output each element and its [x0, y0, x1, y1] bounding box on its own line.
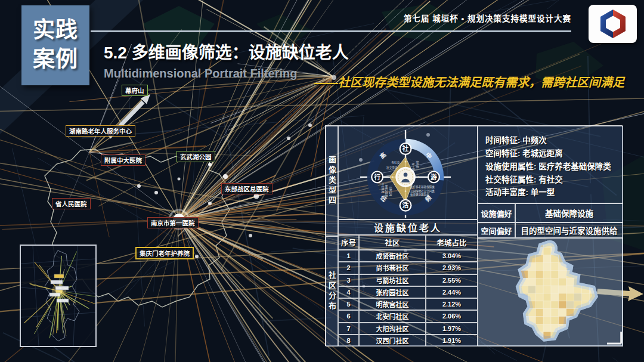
- table-cell: 6: [338, 310, 359, 322]
- table-cell: 3.04%: [426, 250, 478, 262]
- col-header-community: 社区: [359, 235, 426, 250]
- trait-space: 空间特征: 老城远距离: [485, 147, 617, 160]
- corner-bracket: [607, 332, 621, 344]
- map-label-xuanwuhu: 玄武湖公园: [177, 151, 215, 162]
- elder-portrait-icon: [396, 168, 415, 187]
- pref-space-label: 空间偏好: [478, 222, 515, 238]
- header-rule: [91, 30, 571, 32]
- svg-text:有社交: 有社交: [392, 160, 400, 165]
- community-table: 序号 社区 老城占比 1 成贤街社区 3.04% 2 尚书巷社区 2.93% 3…: [338, 235, 478, 346]
- pref-facility-label: 设施偏好: [478, 203, 515, 222]
- table-cell: 1.91%: [426, 335, 478, 346]
- axis-node-travel: 行: [373, 173, 380, 181]
- map-label-zhongda: 附属中大医院: [101, 154, 145, 166]
- table-cell: 8: [338, 335, 359, 346]
- tab-community-distribution: 社区分布: [326, 236, 338, 346]
- trait-time: 时间特征: 中频次: [485, 134, 617, 147]
- portrait-diagram: 社 游 活 行 高 中 低 频 有社交 社交需求 中长距离 老城远距离 近家活动: [338, 126, 478, 219]
- map-label-jiqingmen: 集庆门老年护养院: [135, 247, 194, 259]
- slide-title: 5.2 多维画像筛选：设施缺位老人: [104, 39, 349, 63]
- pref-space-value: 目的型空间与近家设施供给: [515, 222, 623, 238]
- pref-facility-value: 基础保障设施: [515, 203, 623, 222]
- map-label-mufushan: 幕府山: [122, 85, 148, 96]
- table-cell: 2.06%: [426, 310, 478, 322]
- table-cell: 北安门社区: [359, 310, 426, 322]
- competition-logo: [589, 5, 637, 43]
- table-cell: 尚书巷社区: [359, 262, 426, 274]
- table-cell: 2.55%: [426, 274, 478, 286]
- map-label-hunanlu: 湖南路老年人服务中心: [66, 125, 135, 137]
- svg-text:近家活动: 近家活动: [389, 187, 392, 197]
- table-cell: 张府园社区: [359, 286, 426, 298]
- svg-text:老城远距离: 老城远距离: [385, 185, 388, 197]
- table-cell: 2.12%: [426, 298, 478, 310]
- slide: 幕府山 湖南路老年人服务中心 附属中大医院 玄武湖公园 东部战区总医院 省人民医…: [0, 0, 644, 362]
- svg-text:社交需求: 社交需求: [386, 166, 398, 170]
- table-cell: 明故宫社区: [359, 298, 426, 310]
- table-cell: 2.44%: [426, 286, 478, 298]
- table-cell: 4: [338, 286, 359, 298]
- table-cell: 汉西门社区: [359, 335, 426, 346]
- axis-node-leisure: 游: [431, 173, 437, 181]
- tab-portrait-type: 画像类型四: [326, 126, 338, 236]
- table-cell: 2: [338, 262, 359, 274]
- practice-case-badge: 实践 案例: [21, 5, 89, 85]
- axis-node-social: 社: [402, 144, 409, 152]
- table-cell: 7: [338, 323, 359, 335]
- svg-text:单一型: 单一型: [411, 163, 415, 170]
- axis-node-activity: 活: [402, 201, 409, 209]
- portrait-title: 设施缺位老人: [338, 219, 478, 235]
- table-cell: 3: [338, 274, 359, 286]
- table-cell: 大阳沟社区: [359, 323, 426, 335]
- svg-text:中长距离: 中长距离: [381, 183, 385, 193]
- col-header-no: 序号: [338, 235, 359, 250]
- table-cell: 弓箭坊社区: [359, 274, 426, 286]
- svg-text:体育健身服务类: 体育健身服务类: [410, 193, 429, 197]
- svg-text:医疗养老基础保障类: 医疗养老基础保障类: [410, 185, 435, 189]
- callout-conclusion: ——社区现存类型设施无法满足既有需求，需跨社区间满足: [314, 73, 624, 90]
- table-cell: 2.93%: [426, 262, 478, 274]
- svg-text:多样型: 多样型: [416, 160, 419, 168]
- trait-facility: 设施使用属性: 医疗养老基础保障类: [485, 160, 617, 174]
- competition-title: 第七届 城垣杯 • 规划决策支持模型设计大赛: [404, 12, 571, 24]
- table-cell: 5: [338, 298, 359, 310]
- table-cell: 成贤街社区: [359, 250, 426, 262]
- map-label-diyi: 南京市第一医院: [147, 217, 199, 228]
- trait-social: 社交特征属性: 有社交: [485, 174, 617, 187]
- choropleth-map: [478, 238, 623, 346]
- svg-text:公园绿地社交空间类: 公园绿地社交空间类: [410, 189, 435, 193]
- table-cell: 1.97%: [426, 323, 478, 335]
- map-label-shengrenmin: 省人民医院: [52, 198, 91, 209]
- map-label-dongbu: 东部战区总医院: [221, 183, 273, 194]
- col-header-share: 老城占比: [426, 235, 478, 250]
- trait-summary: 时间特征: 中频次 空间特征: 老城远距离 设施使用属性: 医疗养老基础保障类 …: [478, 126, 623, 203]
- trait-activity: 活动丰富度: 单一型: [485, 186, 617, 199]
- table-cell: 1: [338, 250, 359, 262]
- portrait-panel: 画像类型四 社区分布: [325, 125, 623, 346]
- slide-subtitle-en: Multidimensional Portrait Filtering: [104, 67, 297, 81]
- inset-overview-map: [20, 245, 97, 347]
